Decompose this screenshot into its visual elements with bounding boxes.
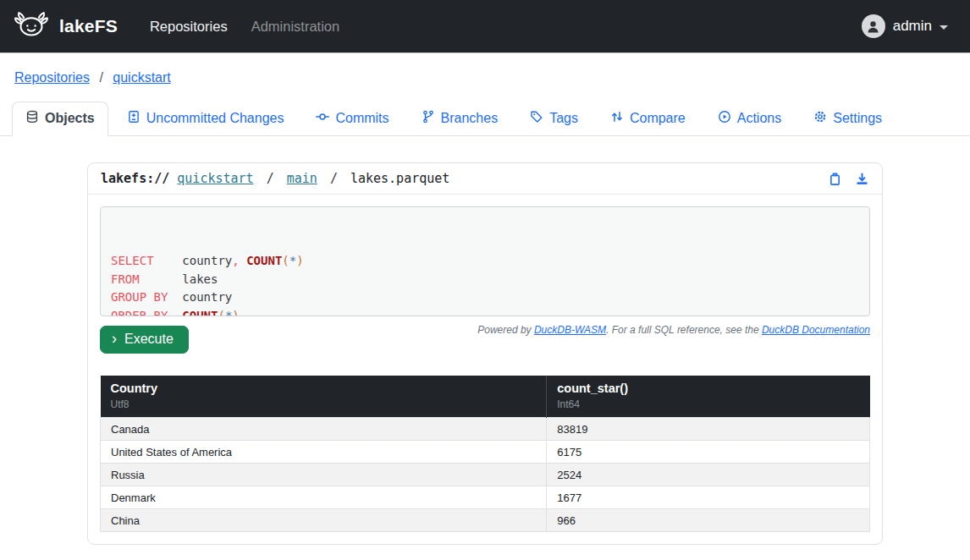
object-path-bar: lakefs:// quickstart / main / lakes.parq…	[88, 163, 882, 195]
query-results-table: Country Utf8 count_star() Int64 Canada83…	[100, 376, 870, 532]
play-circle-icon	[718, 110, 731, 127]
user-menu[interactable]: admin	[862, 14, 948, 38]
path-separator: /	[267, 171, 274, 186]
path-scheme: lakefs://	[101, 171, 169, 186]
tab-commits[interactable]: Commits	[302, 102, 402, 136]
cell-count: 6175	[547, 441, 870, 464]
tab-uncommitted-changes[interactable]: Uncommitted Changes	[113, 102, 298, 136]
tab-label: Commits	[335, 111, 389, 126]
nav-administration[interactable]: Administration	[251, 19, 340, 35]
top-navbar: lakeFS Repositories Administration admin	[0, 0, 970, 52]
path-repo-link[interactable]: quickstart	[177, 171, 253, 186]
copy-icon[interactable]	[828, 172, 842, 186]
powered-by-note: Powered by DuckDB-WASM. For a full SQL r…	[477, 324, 870, 336]
path-file-name: lakes.parquet	[350, 171, 449, 186]
tab-label: Settings	[833, 111, 882, 126]
table-row: Denmark1677	[101, 486, 870, 509]
tab-label: Compare	[630, 111, 686, 126]
results-tbody: Canada83819United States of America6175R…	[101, 418, 870, 532]
breadcrumb-repositories[interactable]: Repositories	[14, 70, 90, 85]
object-actions	[828, 172, 869, 186]
object-card-body: SELECT country, COUNT(*)FROM lakesGROUP …	[88, 195, 882, 544]
tab-label: Tags	[549, 111, 578, 126]
gear-icon	[813, 110, 827, 127]
note-text: . For a full SQL reference, see the	[606, 324, 762, 336]
tab-tags[interactable]: Tags	[516, 102, 592, 136]
duckdb-doc-link[interactable]: DuckDB Documentation	[762, 324, 870, 336]
path-separator: /	[330, 171, 338, 186]
branch-icon	[422, 110, 435, 127]
file-diff-icon	[127, 110, 141, 127]
object-viewer-card: lakefs:// quickstart / main / lakes.parq…	[87, 162, 883, 545]
avatar	[862, 14, 885, 38]
nav-repositories[interactable]: Repositories	[150, 19, 228, 35]
execute-label: Execute	[124, 332, 174, 347]
tab-compare[interactable]: Compare	[597, 102, 699, 136]
axolotl-logo-icon	[12, 9, 51, 44]
cell-country: China	[101, 509, 547, 532]
column-name: Country	[111, 382, 537, 395]
tab-label: Uncommitted Changes	[146, 111, 284, 126]
cell-count: 966	[547, 509, 870, 532]
cell-count: 2524	[547, 464, 870, 486]
object-path: lakefs:// quickstart / main / lakes.parq…	[101, 171, 449, 186]
tab-label: Branches	[441, 111, 499, 126]
breadcrumb-separator: /	[99, 70, 102, 85]
database-icon	[25, 110, 39, 127]
sql-code: SELECT country, COUNT(*)FROM lakesGROUP …	[111, 252, 859, 316]
tab-settings[interactable]: Settings	[800, 102, 896, 136]
tab-branches[interactable]: Branches	[408, 102, 512, 136]
column-header-count: count_star() Int64	[547, 376, 870, 418]
note-text: Powered by	[477, 324, 534, 336]
table-row: Russia2524	[101, 464, 870, 486]
table-row: Canada83819	[101, 418, 870, 441]
lakefs-logo[interactable]: lakeFS	[12, 9, 118, 44]
tab-actions[interactable]: Actions	[704, 102, 795, 136]
breadcrumb-repo[interactable]: quickstart	[113, 70, 170, 85]
tab-objects[interactable]: Objects	[12, 102, 108, 136]
cell-country: Denmark	[101, 486, 547, 509]
duckdb-wasm-link[interactable]: DuckDB-WASM	[534, 324, 606, 336]
user-name: admin	[893, 18, 932, 35]
commit-icon	[316, 110, 329, 127]
compare-icon	[610, 110, 624, 127]
column-type: Utf8	[111, 398, 537, 410]
breadcrumb: Repositories / quickstart	[0, 52, 970, 85]
navbar-links: Repositories Administration	[150, 19, 339, 35]
column-header-country: Country Utf8	[101, 376, 547, 418]
repo-tab-bar: Objects Uncommitted Changes Commits	[0, 102, 970, 136]
table-row: China966	[101, 509, 870, 532]
column-name: count_star()	[557, 382, 859, 395]
tag-icon	[530, 110, 543, 127]
cell-count: 1677	[547, 486, 870, 509]
chevron-right-icon: ›	[112, 332, 117, 344]
execute-row: › Execute Powered by DuckDB-WASM. For a …	[100, 321, 870, 354]
lakefs-app: lakeFS Repositories Administration admin…	[0, 0, 970, 560]
table-row: United States of America6175	[101, 441, 870, 464]
cell-country: Russia	[101, 464, 547, 486]
execute-button[interactable]: › Execute	[100, 326, 189, 354]
column-type: Int64	[557, 398, 859, 410]
table-header-row: Country Utf8 count_star() Int64	[101, 376, 870, 418]
path-branch-link[interactable]: main	[287, 171, 317, 186]
brand-name: lakeFS	[59, 16, 118, 36]
chevron-down-icon	[940, 25, 948, 30]
sql-editor[interactable]: SELECT country, COUNT(*)FROM lakesGROUP …	[100, 206, 870, 316]
download-icon[interactable]	[855, 172, 869, 186]
tab-label: Actions	[737, 111, 781, 126]
cell-country: United States of America	[101, 441, 547, 464]
cell-country: Canada	[101, 418, 547, 441]
cell-count: 83819	[547, 418, 870, 441]
tab-label: Objects	[45, 111, 95, 126]
